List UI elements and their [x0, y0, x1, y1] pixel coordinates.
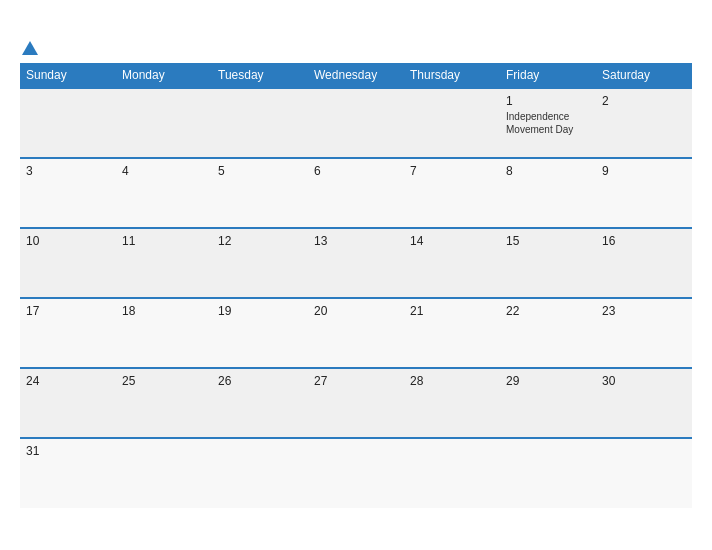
calendar-cell: 18 — [116, 298, 212, 368]
calendar-cell: 29 — [500, 368, 596, 438]
calendar-cell — [212, 88, 308, 158]
calendar-cell: 7 — [404, 158, 500, 228]
day-number: 29 — [506, 374, 590, 388]
calendar-cell — [404, 88, 500, 158]
calendar-cell: 28 — [404, 368, 500, 438]
calendar-cell: 26 — [212, 368, 308, 438]
calendar-cell: 20 — [308, 298, 404, 368]
day-number: 11 — [122, 234, 206, 248]
day-number: 19 — [218, 304, 302, 318]
weekday-header-wednesday: Wednesday — [308, 63, 404, 88]
calendar-cell: 31 — [20, 438, 116, 508]
day-number: 20 — [314, 304, 398, 318]
day-number: 5 — [218, 164, 302, 178]
day-number: 24 — [26, 374, 110, 388]
calendar-cell — [308, 88, 404, 158]
day-number: 30 — [602, 374, 686, 388]
day-number: 23 — [602, 304, 686, 318]
calendar-cell: 14 — [404, 228, 500, 298]
calendar-cell — [596, 438, 692, 508]
calendar-cell: 16 — [596, 228, 692, 298]
holiday-label: Independence Movement Day — [506, 110, 590, 136]
calendar-cell: 4 — [116, 158, 212, 228]
calendar-cell: 19 — [212, 298, 308, 368]
calendar-week-row: 24252627282930 — [20, 368, 692, 438]
calendar-cell — [308, 438, 404, 508]
calendar-cell: 12 — [212, 228, 308, 298]
day-number: 16 — [602, 234, 686, 248]
calendar-cell: 30 — [596, 368, 692, 438]
weekday-header-saturday: Saturday — [596, 63, 692, 88]
calendar-container: SundayMondayTuesdayWednesdayThursdayFrid… — [10, 33, 702, 518]
day-number: 22 — [506, 304, 590, 318]
day-number: 31 — [26, 444, 110, 458]
weekday-header-sunday: Sunday — [20, 63, 116, 88]
weekday-header-tuesday: Tuesday — [212, 63, 308, 88]
day-number: 28 — [410, 374, 494, 388]
calendar-cell: 22 — [500, 298, 596, 368]
calendar-cell: 6 — [308, 158, 404, 228]
calendar-cell — [116, 438, 212, 508]
calendar-cell — [500, 438, 596, 508]
day-number: 3 — [26, 164, 110, 178]
calendar-cell: 3 — [20, 158, 116, 228]
weekday-header-monday: Monday — [116, 63, 212, 88]
weekday-header-thursday: Thursday — [404, 63, 500, 88]
calendar-cell — [404, 438, 500, 508]
calendar-cell: 2 — [596, 88, 692, 158]
calendar-cell: 21 — [404, 298, 500, 368]
calendar-cell: 24 — [20, 368, 116, 438]
weekday-header-friday: Friday — [500, 63, 596, 88]
calendar-cell: 27 — [308, 368, 404, 438]
day-number: 2 — [602, 94, 686, 108]
calendar-header — [20, 43, 692, 55]
day-number: 21 — [410, 304, 494, 318]
day-number: 4 — [122, 164, 206, 178]
logo-blue-text — [20, 43, 38, 55]
calendar-week-row: 10111213141516 — [20, 228, 692, 298]
day-number: 25 — [122, 374, 206, 388]
calendar-cell: 5 — [212, 158, 308, 228]
calendar-cell — [212, 438, 308, 508]
calendar-week-row: 3456789 — [20, 158, 692, 228]
calendar-week-row: 31 — [20, 438, 692, 508]
day-number: 1 — [506, 94, 590, 108]
calendar-cell: 10 — [20, 228, 116, 298]
day-number: 9 — [602, 164, 686, 178]
calendar-cell — [20, 88, 116, 158]
day-number: 7 — [410, 164, 494, 178]
day-number: 8 — [506, 164, 590, 178]
calendar-cell: 15 — [500, 228, 596, 298]
logo-triangle-icon — [22, 41, 38, 55]
day-number: 26 — [218, 374, 302, 388]
calendar-cell: 13 — [308, 228, 404, 298]
calendar-cell: 11 — [116, 228, 212, 298]
calendar-cell: 9 — [596, 158, 692, 228]
day-number: 15 — [506, 234, 590, 248]
weekday-header-row: SundayMondayTuesdayWednesdayThursdayFrid… — [20, 63, 692, 88]
day-number: 14 — [410, 234, 494, 248]
calendar-cell: 17 — [20, 298, 116, 368]
day-number: 13 — [314, 234, 398, 248]
calendar-week-row: 1Independence Movement Day2 — [20, 88, 692, 158]
day-number: 17 — [26, 304, 110, 318]
calendar-week-row: 17181920212223 — [20, 298, 692, 368]
calendar-cell — [116, 88, 212, 158]
day-number: 18 — [122, 304, 206, 318]
calendar-cell: 23 — [596, 298, 692, 368]
day-number: 27 — [314, 374, 398, 388]
day-number: 10 — [26, 234, 110, 248]
calendar-cell: 1Independence Movement Day — [500, 88, 596, 158]
calendar-cell: 8 — [500, 158, 596, 228]
day-number: 12 — [218, 234, 302, 248]
calendar-table: SundayMondayTuesdayWednesdayThursdayFrid… — [20, 63, 692, 508]
day-number: 6 — [314, 164, 398, 178]
calendar-cell: 25 — [116, 368, 212, 438]
logo — [20, 43, 38, 55]
